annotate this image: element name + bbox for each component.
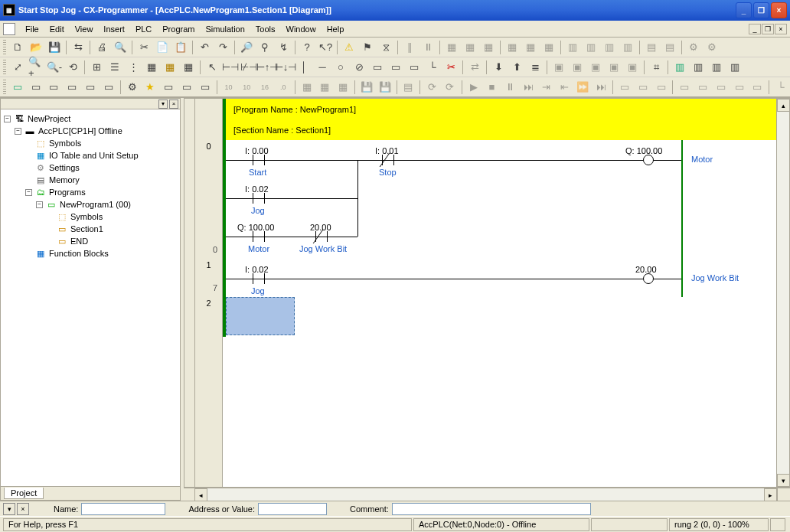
tree-fb[interactable]: Function Blocks xyxy=(49,249,109,258)
menu-tools[interactable]: Tools xyxy=(250,23,281,35)
tree-p-section1[interactable]: Section1 xyxy=(70,224,103,233)
tool3-icon[interactable]: ▭ xyxy=(160,79,177,96)
tool2-icon[interactable]: ★ xyxy=(142,79,158,96)
view1-icon[interactable]: ▭ xyxy=(9,79,26,96)
name-input[interactable] xyxy=(81,503,165,515)
contact-jogbit[interactable] xyxy=(315,231,328,242)
dock-close[interactable]: × xyxy=(17,503,29,515)
check-icon[interactable]: ⧖ xyxy=(377,39,394,56)
comment-input[interactable] xyxy=(392,503,591,515)
new-icon[interactable]: 🗋 xyxy=(9,39,26,56)
tree-symbols[interactable]: Symbols xyxy=(49,139,81,148)
tool1-icon[interactable]: ⚙ xyxy=(124,79,141,96)
close-button[interactable]: × xyxy=(771,2,787,18)
scroll-right-icon[interactable]: ▸ xyxy=(764,488,777,501)
upload-icon[interactable]: ⬆ xyxy=(508,59,525,76)
scroll-down-icon[interactable]: ▾ xyxy=(777,474,790,487)
contact-jog[interactable] xyxy=(253,193,265,204)
menu-edit[interactable]: Edit xyxy=(44,23,70,35)
tree-toggle[interactable]: − xyxy=(15,128,21,135)
menu-window[interactable]: Window xyxy=(281,23,322,35)
v-scrollbar[interactable] xyxy=(777,112,789,474)
warning-icon[interactable]: ⚠ xyxy=(341,39,357,56)
menu-program[interactable]: Program xyxy=(157,23,200,35)
error-icon[interactable]: ⚑ xyxy=(359,39,376,56)
pane-close-icon[interactable]: × xyxy=(169,100,178,109)
menu-plc[interactable]: PLC xyxy=(130,23,157,35)
open-icon[interactable]: 📂 xyxy=(28,39,44,56)
view4-icon[interactable]: ▭ xyxy=(64,79,80,96)
rung-0[interactable]: I: 0.00 Start I: 0.01 Stop Q: 100.00 Mot xyxy=(223,140,776,259)
tree-memory[interactable]: Memory xyxy=(49,175,80,184)
download-icon[interactable]: ⬇ xyxy=(490,59,507,76)
menu-file[interactable]: File xyxy=(20,23,44,35)
mdi-minimize[interactable]: _ xyxy=(749,24,761,34)
scroll-up-icon[interactable]: ▴ xyxy=(777,99,790,112)
scroll-left-icon[interactable]: ◂ xyxy=(194,488,207,501)
print-icon[interactable]: 🖨 xyxy=(93,39,110,56)
zoom-in-icon[interactable]: 🔍+ xyxy=(28,59,44,76)
pane-dropdown-icon[interactable]: ▾ xyxy=(158,100,168,109)
maximize-button[interactable]: ❐ xyxy=(753,2,769,18)
save-icon[interactable]: 💾 xyxy=(46,39,63,56)
rung-num-0[interactable]: 00 xyxy=(195,140,222,259)
minimize-button[interactable]: _ xyxy=(736,2,752,18)
undo-icon[interactable]: ↶ xyxy=(196,39,213,56)
view5-icon[interactable]: ▭ xyxy=(82,79,99,96)
func-icon[interactable]: ▭ xyxy=(369,59,386,76)
menu-simulation[interactable]: Simulation xyxy=(200,23,250,35)
sim1-icon[interactable]: ⌗ xyxy=(648,59,664,76)
redo-icon[interactable]: ↷ xyxy=(214,39,231,56)
contact-jog2[interactable] xyxy=(253,273,265,284)
ladder-canvas[interactable]: [Program Name : NewProgram1] [Section Na… xyxy=(223,99,776,487)
list-icon[interactable]: ☰ xyxy=(106,59,123,76)
tree-p-symbols[interactable]: Symbols xyxy=(70,212,103,221)
cut-icon[interactable]: ✂ xyxy=(135,39,152,56)
tree-settings[interactable]: Settings xyxy=(49,163,80,172)
contact-stop[interactable] xyxy=(382,155,394,165)
zoom-reset-icon[interactable]: ⟲ xyxy=(64,59,81,76)
contact-start[interactable] xyxy=(253,155,265,165)
zoom-out-icon[interactable]: 🔍- xyxy=(46,59,63,76)
compare2-icon[interactable]: ≣ xyxy=(527,59,544,76)
xref-icon[interactable]: ▦ xyxy=(180,59,197,76)
tree-io[interactable]: IO Table and Unit Setup xyxy=(49,151,139,160)
view2-icon[interactable]: ▭ xyxy=(28,79,44,96)
menu-view[interactable]: View xyxy=(70,23,99,35)
delete-icon[interactable]: ✂ xyxy=(442,59,459,76)
goto-icon[interactable]: ↯ xyxy=(275,39,292,56)
project-tree[interactable]: −🏗NewProject −▬AccPLC[CP1H] Offline ⬚Sym… xyxy=(1,109,180,486)
contact-motor[interactable] xyxy=(253,231,265,242)
contact-no-icon[interactable]: ⊢⊣ xyxy=(222,59,239,76)
h-scrollbar[interactable] xyxy=(207,488,764,501)
find-icon[interactable]: 🔎 xyxy=(238,39,255,56)
coil-icon[interactable]: ○ xyxy=(332,59,349,76)
compare-icon[interactable]: ⇆ xyxy=(70,39,87,56)
dock-dropdown[interactable]: ▾ xyxy=(3,503,15,515)
zoom-fit-icon[interactable]: ⤢ xyxy=(9,59,26,76)
contact-fall-icon[interactable]: ⊢↓⊣ xyxy=(277,59,294,76)
copy-icon[interactable]: 📄 xyxy=(154,39,171,56)
tool5-icon[interactable]: ▭ xyxy=(197,79,214,96)
rung-2[interactable] xyxy=(223,297,776,337)
contact-nc-icon[interactable]: ⊬⊣ xyxy=(240,59,257,76)
tree-root[interactable]: NewProject xyxy=(28,114,70,123)
view3-icon[interactable]: ▭ xyxy=(46,79,63,96)
pointer-icon[interactable]: ↖ xyxy=(204,59,220,76)
mdi-close[interactable]: × xyxy=(775,24,787,34)
replace-icon[interactable]: ⚲ xyxy=(256,39,273,56)
menu-help[interactable]: Help xyxy=(322,23,350,35)
tree-icon[interactable]: ⋮ xyxy=(125,59,142,76)
address-input[interactable] xyxy=(258,503,327,515)
tree-plc[interactable]: AccPLC[CP1H] Offline xyxy=(38,126,122,135)
tree-p-end[interactable]: END xyxy=(70,237,88,246)
paste-icon[interactable]: 📋 xyxy=(172,39,189,56)
tool4-icon[interactable]: ▭ xyxy=(178,79,195,96)
grid-icon[interactable]: ⊞ xyxy=(88,59,105,76)
project-tab[interactable]: Project xyxy=(4,488,44,499)
help-icon[interactable]: ? xyxy=(299,39,315,56)
context-help-icon[interactable]: ↖? xyxy=(317,39,334,56)
mdi-restore[interactable]: ❐ xyxy=(762,24,774,34)
contact-rise-icon[interactable]: ⊢↑⊣ xyxy=(259,59,276,76)
win3-icon[interactable]: ▥ xyxy=(708,59,725,76)
